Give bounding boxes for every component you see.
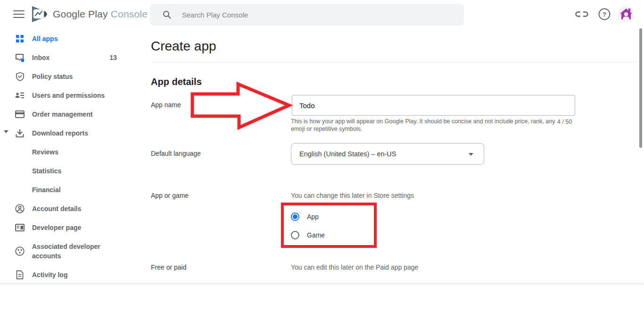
shield-check-icon: [15, 72, 25, 81]
footer-action-bar: Cancel Create app: [0, 284, 644, 314]
document-icon: [15, 270, 25, 280]
default-language-value: English (United States) – en-US: [299, 150, 396, 158]
annotation-red-rectangle: [281, 203, 377, 248]
search-bar[interactable]: [150, 4, 464, 25]
sidebar-item-label: Order management: [32, 110, 92, 119]
sidebar-item-developer-page[interactable]: Developer page: [0, 218, 141, 237]
sidebar-item-label: Users and permissions: [32, 91, 105, 100]
radio-label-game: Game: [307, 231, 325, 239]
sidebar-item-label: Policy status: [32, 72, 73, 81]
app-name-label: App name: [151, 101, 181, 109]
sidebar-item-label: Statistics: [32, 166, 61, 176]
sidebar-item-label: All apps: [32, 34, 58, 43]
sidebar-item-label: Account details: [32, 204, 81, 213]
radio-label-app: App: [307, 213, 319, 221]
free-or-paid-label: Free or paid: [151, 263, 186, 271]
sidebar-item-label: Developer page: [32, 223, 81, 232]
play-console-logo-icon: [31, 5, 48, 23]
radio-button-game[interactable]: [291, 231, 299, 239]
hamburger-menu-icon[interactable]: [13, 10, 25, 18]
card-icon: [15, 110, 25, 119]
sidebar-item-associated-developer-accounts[interactable]: Associated developer accounts: [0, 237, 141, 265]
vertical-scrollbar-thumb[interactable]: [639, 28, 642, 148]
page-title: Create app: [151, 39, 216, 54]
search-icon: [162, 10, 172, 19]
app-name-input[interactable]: [292, 95, 575, 116]
sidebar-item-label: Reviews: [32, 147, 58, 157]
developer-page-icon: [15, 223, 25, 232]
sidebar-item-order-management[interactable]: Order management: [0, 105, 141, 124]
house-avatar-icon[interactable]: [618, 6, 635, 23]
inbox-count-badge: 13: [109, 54, 117, 61]
sidebar-item-reviews[interactable]: Reviews: [0, 143, 141, 161]
sidebar-item-label: Financial: [32, 185, 61, 195]
play-console-logo[interactable]: Google Play Console: [31, 5, 148, 23]
app-or-game-label: App or game: [151, 192, 189, 199]
sidebar-item-account-details[interactable]: Account details: [0, 199, 141, 218]
sidebar-item-statistics[interactable]: Statistics: [0, 161, 141, 180]
app-name-helper-text: This is how your app will appear on Goog…: [291, 118, 559, 133]
logo-text: Google Play Console: [53, 8, 148, 20]
sidebar-item-activity-log[interactable]: Activity log: [0, 265, 141, 284]
chevron-down-icon[interactable]: [4, 130, 8, 133]
search-input[interactable]: [182, 11, 446, 19]
top-bar: Google Play Console ?: [0, 0, 644, 28]
radio-option-game[interactable]: Game: [291, 231, 325, 239]
download-icon: [15, 128, 25, 138]
sidebar-item-label: Download reports: [32, 128, 88, 138]
inbox-icon: [15, 53, 25, 62]
title-divider: [151, 62, 636, 62]
sidebar-item-policy-status[interactable]: Policy status: [0, 67, 141, 86]
sidebar-item-inbox[interactable]: Inbox 13: [0, 48, 141, 67]
sidebar-item-label: Activity log: [32, 270, 67, 280]
grid-icon: [15, 34, 25, 43]
dropdown-caret-icon: [469, 153, 473, 156]
sidebar-item-download-reports[interactable]: Download reports: [0, 124, 141, 143]
app-name-char-counter: 4 / 50: [557, 119, 572, 125]
default-language-select[interactable]: English (United States) – en-US: [291, 143, 484, 165]
play-console-app: Google Play Console ?: [0, 0, 644, 314]
radio-option-app[interactable]: App: [291, 212, 319, 221]
sidebar-nav: All apps Inbox 13 Policy status: [0, 28, 141, 284]
section-heading-app-details: App details: [151, 76, 202, 87]
default-language-label: Default language: [151, 150, 201, 157]
associated-accounts-icon: [15, 246, 25, 256]
account-circle-icon: [15, 204, 25, 213]
sidebar-item-users-permissions[interactable]: Users and permissions: [0, 86, 141, 105]
sidebar-item-financial[interactable]: Financial: [0, 180, 141, 199]
radio-button-app[interactable]: [291, 212, 299, 221]
link-icon[interactable]: [575, 9, 588, 19]
sidebar-item-all-apps[interactable]: All apps: [0, 29, 141, 48]
help-icon[interactable]: ?: [598, 8, 611, 20]
users-list-icon: [15, 91, 25, 100]
sidebar-item-label: Inbox: [32, 53, 50, 62]
svg-text:?: ?: [603, 11, 606, 18]
app-or-game-note: You can change this later in Store setti…: [291, 192, 414, 199]
sidebar-item-label: Associated developer accounts: [32, 242, 103, 261]
free-or-paid-note: You can edit this later on the Paid app …: [291, 263, 418, 271]
